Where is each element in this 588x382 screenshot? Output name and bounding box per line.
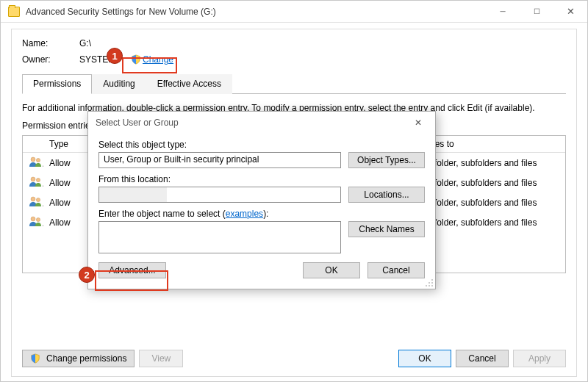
minimize-button[interactable]: ─ (486, 1, 520, 23)
users-icon (29, 156, 42, 167)
examples-link[interactable]: examples (226, 209, 263, 219)
close-button[interactable]: ✕ (553, 1, 587, 23)
annotation-callout-1: 1 (107, 48, 123, 64)
location-field[interactable] (98, 187, 341, 203)
svg-point-2 (31, 177, 35, 181)
svg-point-3 (36, 178, 40, 181)
tab-auditing[interactable]: Auditing (92, 74, 146, 94)
users-icon (29, 176, 42, 187)
dialog-close-button[interactable]: ✕ (407, 113, 429, 132)
annotation-callout-2: 2 (79, 267, 95, 283)
tab-effective-access[interactable]: Effective Access (146, 74, 232, 94)
locations-button[interactable]: Locations... (348, 187, 425, 203)
dialog-title: Select User or Group (96, 118, 179, 128)
shield-icon (30, 353, 40, 364)
svg-point-8 (431, 279, 433, 281)
change-permissions-button[interactable]: Change permissions (22, 350, 135, 367)
maximize-button[interactable]: ☐ (520, 1, 553, 23)
select-user-dialog: Select User or Group ✕ Select this objec… (87, 111, 436, 289)
users-icon (29, 196, 42, 206)
ok-button[interactable]: OK (398, 350, 451, 367)
window-title: Advanced Security Settings for New Volum… (26, 7, 216, 17)
svg-point-12 (429, 285, 430, 286)
object-name-input[interactable] (98, 221, 341, 253)
svg-point-7 (36, 217, 40, 221)
apply-button: Apply (513, 350, 566, 367)
tab-permissions[interactable]: Permissions (22, 74, 92, 94)
object-name-label: Enter the object name to select (example… (98, 209, 425, 219)
object-type-field[interactable]: User, Group or Built-in security princip… (98, 152, 341, 168)
dialog-cancel-button[interactable]: Cancel (368, 262, 425, 278)
svg-point-11 (426, 285, 427, 286)
name-value: G:\ (79, 38, 91, 48)
owner-label: Owner: (22, 54, 79, 65)
users-icon (29, 216, 42, 226)
advanced-button[interactable]: Advanced... (98, 262, 166, 278)
view-button: View (139, 350, 183, 367)
svg-point-0 (31, 157, 35, 162)
folder-icon (8, 7, 20, 17)
resize-grip-icon[interactable] (425, 278, 434, 287)
svg-point-5 (36, 198, 40, 201)
tabs: Permissions Auditing Effective Access (22, 73, 566, 94)
svg-point-6 (31, 217, 35, 221)
change-owner-link[interactable]: Change (143, 54, 173, 65)
change-permissions-label: Change permissions (46, 353, 126, 364)
shield-icon (131, 54, 141, 65)
svg-point-10 (431, 282, 433, 284)
dialog-title-bar: Select User or Group ✕ (88, 112, 435, 134)
location-label: From this location: (98, 174, 425, 184)
svg-point-9 (429, 282, 430, 284)
titlebar: Advanced Security Settings for New Volum… (1, 1, 587, 23)
cancel-button[interactable]: Cancel (456, 350, 509, 367)
check-names-button[interactable]: Check Names (348, 221, 425, 237)
owner-value: SYSTEM (79, 54, 131, 65)
col-type[interactable]: Type (43, 136, 86, 152)
object-type-label: Select this object type: (98, 140, 425, 150)
svg-point-4 (31, 197, 35, 201)
svg-point-13 (431, 285, 433, 286)
dialog-ok-button[interactable]: OK (303, 262, 360, 278)
object-types-button[interactable]: Object Types... (348, 152, 425, 168)
svg-point-1 (36, 158, 40, 162)
name-label: Name: (22, 38, 79, 48)
